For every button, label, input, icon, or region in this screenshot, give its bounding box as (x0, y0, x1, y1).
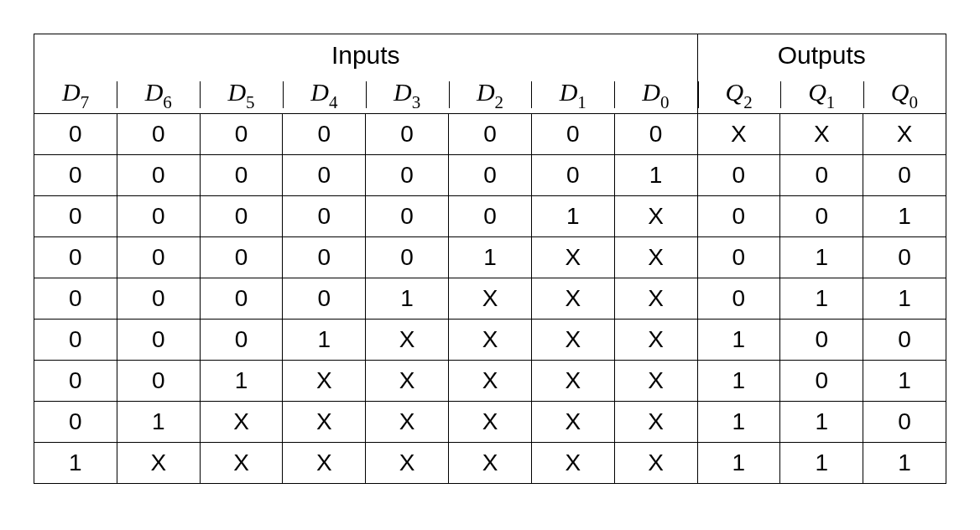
cell-d2: 0 (449, 114, 532, 155)
cell-d0: X (614, 320, 697, 361)
cell-q1: 0 (780, 155, 863, 196)
cell-q2: 0 (697, 196, 780, 237)
cell-d0: 0 (614, 114, 697, 155)
cell-d5: 0 (200, 278, 283, 320)
cell-q0: 0 (863, 155, 946, 196)
table-row: 0001XXXX100 (34, 320, 946, 361)
cell-d7: 0 (34, 155, 117, 196)
cell-d4: 0 (283, 155, 366, 196)
cell-d0: X (614, 237, 697, 278)
table-row: 00001XXX011 (34, 278, 946, 320)
cell-d7: 0 (34, 320, 117, 361)
table-row: 00000001000 (34, 155, 946, 196)
col-header-d7: D7 (34, 76, 117, 114)
cell-d5: 0 (200, 155, 283, 196)
cell-d0: X (614, 278, 697, 320)
cell-d0: X (614, 361, 697, 402)
cell-d4: X (283, 402, 366, 443)
table-body: 00000000XXX000000010000000001X001000001X… (34, 114, 946, 484)
cell-q0: 1 (863, 361, 946, 402)
table-row: 00000000XXX (34, 114, 946, 155)
cell-d5: 1 (200, 361, 283, 402)
cell-d4: 1 (283, 320, 366, 361)
cell-d6: X (117, 443, 200, 484)
cell-d7: 0 (34, 237, 117, 278)
col-header-d2: D2 (449, 76, 532, 114)
cell-d5: X (200, 402, 283, 443)
cell-d0: X (614, 196, 697, 237)
cell-d2: X (449, 361, 532, 402)
table-row: 01XXXXXX110 (34, 402, 946, 443)
col-header-d0: D0 (614, 76, 697, 114)
cell-q1: X (780, 114, 863, 155)
cell-q0: 1 (863, 278, 946, 320)
cell-d3: X (366, 443, 449, 484)
cell-d0: X (614, 443, 697, 484)
cell-q0: 0 (863, 320, 946, 361)
cell-q1: 1 (780, 278, 863, 320)
col-header-d1: D1 (531, 76, 614, 114)
cell-d1: X (531, 443, 614, 484)
cell-d0: X (614, 402, 697, 443)
cell-d3: 0 (366, 155, 449, 196)
cell-d3: 0 (366, 196, 449, 237)
cell-q0: 1 (863, 196, 946, 237)
col-header-d4: D4 (283, 76, 366, 114)
cell-d4: X (283, 443, 366, 484)
cell-d3: X (366, 402, 449, 443)
group-header-inputs: Inputs (34, 34, 698, 77)
cell-d4: 0 (283, 114, 366, 155)
cell-d1: X (531, 320, 614, 361)
truth-table: Inputs Outputs D7 D6 D5 D4 D3 D2 D1 (34, 34, 946, 484)
cell-d2: X (449, 278, 532, 320)
col-header-q1: Q1 (780, 76, 863, 114)
cell-d4: X (283, 361, 366, 402)
cell-d0: 1 (614, 155, 697, 196)
cell-q0: X (863, 114, 946, 155)
cell-q2: 0 (697, 155, 780, 196)
cell-d4: 0 (283, 278, 366, 320)
cell-d2: 0 (449, 155, 532, 196)
cell-d5: X (200, 443, 283, 484)
table-row: 001XXXXX101 (34, 361, 946, 402)
cell-d2: X (449, 320, 532, 361)
cell-q0: 0 (863, 237, 946, 278)
table-row: 1XXXXXXX111 (34, 443, 946, 484)
cell-d1: X (531, 278, 614, 320)
cell-d7: 0 (34, 278, 117, 320)
col-header-d5: D5 (200, 76, 283, 114)
cell-d6: 0 (117, 114, 200, 155)
col-header-q0: Q0 (863, 76, 946, 114)
cell-d2: 1 (449, 237, 532, 278)
cell-q1: 1 (780, 402, 863, 443)
col-header-d6: D6 (117, 76, 200, 114)
cell-d7: 0 (34, 114, 117, 155)
cell-d4: 0 (283, 196, 366, 237)
cell-d6: 0 (117, 155, 200, 196)
cell-d6: 0 (117, 320, 200, 361)
cell-d2: X (449, 443, 532, 484)
cell-d6: 0 (117, 361, 200, 402)
cell-d3: 1 (366, 278, 449, 320)
cell-d1: 0 (531, 155, 614, 196)
cell-d6: 1 (117, 402, 200, 443)
cell-d7: 0 (34, 196, 117, 237)
cell-d5: 0 (200, 196, 283, 237)
cell-d4: 0 (283, 237, 366, 278)
cell-q2: 1 (697, 443, 780, 484)
cell-d3: 0 (366, 237, 449, 278)
group-header-outputs: Outputs (697, 34, 946, 77)
cell-d3: 0 (366, 114, 449, 155)
cell-d2: 0 (449, 196, 532, 237)
cell-d3: X (366, 320, 449, 361)
cell-d7: 1 (34, 443, 117, 484)
cell-q0: 0 (863, 402, 946, 443)
cell-q2: 0 (697, 237, 780, 278)
cell-q1: 1 (780, 443, 863, 484)
table-row: 0000001X001 (34, 196, 946, 237)
cell-d3: X (366, 361, 449, 402)
cell-d1: X (531, 237, 614, 278)
cell-d6: 0 (117, 196, 200, 237)
cell-d7: 0 (34, 402, 117, 443)
table-row: 000001XX010 (34, 237, 946, 278)
